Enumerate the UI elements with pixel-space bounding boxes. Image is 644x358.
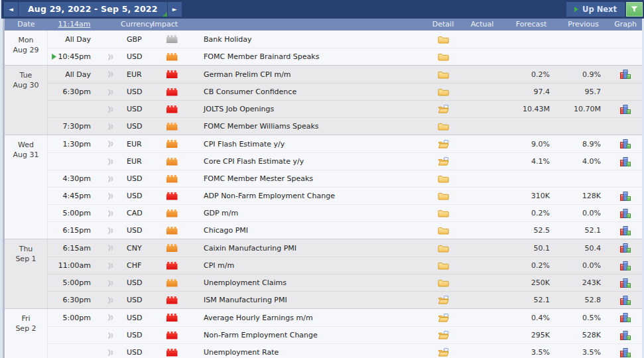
- currency-cell: GBP: [121, 35, 153, 44]
- graph-icon[interactable]: [620, 192, 631, 201]
- event-row[interactable]: 4:45pmUSDADP Non-Farm Employment Change3…: [48, 187, 642, 204]
- detail-cell: [426, 52, 460, 61]
- graph-icon[interactable]: [620, 243, 631, 253]
- event-row[interactable]: 10:45pmUSDFOMC Member Brainard Speaks: [48, 48, 642, 65]
- event-row[interactable]: EURCore CPI Flash Estimate y/y4.1%4.0%: [48, 152, 642, 170]
- open-folder-icon[interactable]: [438, 348, 449, 357]
- event-title: Chicago PMI: [191, 226, 426, 235]
- event-time: 10:45pm: [58, 52, 91, 61]
- previous-value: 50.4: [585, 244, 602, 253]
- folder-icon[interactable]: [438, 122, 449, 131]
- event-row[interactable]: 6:30pmUSDISM Manufacturing PMI52.152.8: [48, 291, 642, 308]
- open-folder-icon[interactable]: [438, 157, 449, 166]
- folder-icon[interactable]: [438, 88, 449, 96]
- graph-icon[interactable]: [620, 139, 631, 149]
- folder-icon[interactable]: [438, 35, 449, 44]
- event-row[interactable]: USDJOLTS Job Openings10.43M10.70M: [48, 100, 642, 117]
- forecast-cell: 4.1%: [505, 157, 558, 166]
- detail-cell: [426, 278, 460, 287]
- detail-cell: [426, 314, 460, 322]
- forecast-value: 250K: [531, 278, 550, 287]
- graph-icon[interactable]: [620, 348, 631, 357]
- event-row[interactable]: 7:30pmUSDFOMC Member Williams Speaks: [48, 117, 642, 135]
- event-row[interactable]: USDNon-Farm Employment Change295K528K: [48, 326, 642, 343]
- graph-icon[interactable]: [620, 313, 631, 322]
- next-week-button[interactable]: ►: [168, 2, 182, 17]
- event-row[interactable]: All DayEURGerman Prelim CPI m/m0.2%0.9%: [48, 66, 642, 83]
- graph-icon[interactable]: [620, 105, 631, 114]
- event-title-text: Chicago PMI: [204, 226, 248, 235]
- forecast-cell: 10.43M: [505, 105, 558, 113]
- speaker-icon: [107, 192, 115, 200]
- previous-value: 0.0%: [582, 209, 601, 217]
- open-folder-icon[interactable]: [438, 314, 449, 322]
- previous-cell: 243K: [558, 278, 609, 287]
- folder-icon[interactable]: [438, 209, 449, 217]
- next-arrow-icon: ►: [172, 2, 177, 17]
- open-folder-icon[interactable]: [438, 296, 449, 304]
- impact-orange-icon: [166, 227, 178, 235]
- alert-cell: [101, 105, 121, 113]
- event-row[interactable]: 5:00pmUSDUnemployment Claims250K243K: [48, 274, 642, 291]
- event-title-text: Unemployment Claims: [204, 278, 287, 287]
- event-title: Caixin Manufacturing PMI: [191, 244, 426, 253]
- col-header-date: Date: [5, 19, 48, 30]
- detail-cell: [426, 209, 460, 217]
- event-row[interactable]: 5:00pmUSDAverage Hourly Earnings m/m0.4%…: [48, 309, 642, 326]
- event-row[interactable]: 6:15pmUSDChicago PMI52.552.1: [48, 221, 642, 239]
- currency-code: USD: [127, 296, 143, 304]
- impact-cell: [153, 105, 191, 113]
- graph-icon[interactable]: [620, 209, 631, 218]
- event-row[interactable]: 6:15amCNYCaixin Manufacturing PMI50.150.…: [48, 239, 642, 257]
- forecast-value: 97.4: [534, 88, 550, 96]
- detail-cell: [426, 348, 460, 357]
- forecast-cell: 0.2%: [505, 209, 558, 217]
- current-time-label[interactable]: 11:14am: [58, 20, 90, 29]
- open-folder-icon[interactable]: [438, 140, 449, 149]
- folder-icon[interactable]: [438, 226, 449, 235]
- graph-cell: [609, 209, 642, 218]
- prev-week-button[interactable]: ◄: [4, 2, 18, 17]
- date-range-tab[interactable]: Aug 29, 2022 - Sep 5, 2022: [19, 2, 167, 17]
- forecast-cell: 0.2%: [505, 70, 558, 79]
- graph-icon[interactable]: [620, 278, 631, 288]
- graph-icon[interactable]: [620, 70, 631, 79]
- folder-icon[interactable]: [438, 70, 449, 79]
- event-row[interactable]: 1:30pmEURCPI Flash Estimate y/y9.0%8.9%: [48, 135, 642, 152]
- detail-cell: [426, 157, 460, 166]
- detail-cell: [426, 261, 460, 270]
- speaker-icon: [107, 349, 115, 357]
- open-folder-icon[interactable]: [438, 105, 449, 113]
- folder-icon[interactable]: [438, 52, 449, 61]
- alert-cell: [101, 296, 121, 304]
- graph-icon[interactable]: [620, 331, 631, 340]
- folder-icon[interactable]: [438, 192, 449, 200]
- event-row[interactable]: USDUnemployment Rate3.5%3.5%: [48, 343, 642, 358]
- currency-cell: CAD: [121, 209, 153, 217]
- impact-cell: [153, 88, 191, 96]
- currency-cell: USD: [121, 314, 153, 322]
- col-header-currency: Currency: [121, 19, 153, 30]
- event-row[interactable]: 6:30pmUSDCB Consumer Confidence97.495.7: [48, 83, 642, 100]
- graph-icon[interactable]: [620, 157, 631, 166]
- impact-cell: [153, 262, 191, 270]
- event-row[interactable]: All DayGBPBank Holiday: [48, 30, 642, 48]
- forecast-cell: 0.2%: [505, 261, 558, 270]
- current-time-link[interactable]: 11:14am: [48, 19, 101, 30]
- folder-icon[interactable]: [438, 278, 449, 287]
- folder-icon[interactable]: [438, 261, 449, 270]
- impact-orange-icon: [166, 279, 178, 287]
- graph-icon[interactable]: [620, 261, 631, 270]
- graph-icon[interactable]: [620, 226, 631, 235]
- impact-cell: [153, 158, 191, 166]
- event-row[interactable]: 11:00amCHFCPI m/m0.2%0.0%: [48, 257, 642, 274]
- event-row[interactable]: 5:00pmCADGDP m/m0.2%0.0%: [48, 204, 642, 221]
- up-next-button[interactable]: Up Next: [566, 2, 625, 17]
- graph-icon[interactable]: [620, 296, 631, 305]
- filter-button[interactable]: [626, 2, 643, 17]
- event-time: 7:30pm: [63, 122, 91, 131]
- folder-icon[interactable]: [438, 244, 449, 253]
- open-folder-icon[interactable]: [438, 331, 449, 339]
- folder-icon[interactable]: [438, 174, 449, 183]
- event-row[interactable]: 4:30pmUSDFOMC Member Mester Speaks: [48, 170, 642, 187]
